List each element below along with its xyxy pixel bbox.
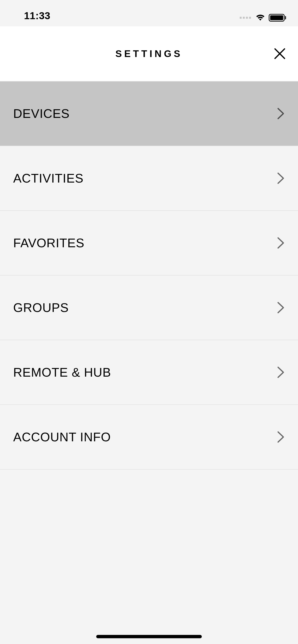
- wifi-icon: [255, 14, 265, 22]
- menu-item-account-info[interactable]: ACCOUNT INFO: [0, 405, 298, 470]
- chevron-right-icon: [277, 301, 285, 314]
- status-bar: 11:33: [0, 0, 298, 26]
- menu-item-favorites[interactable]: FAVORITES: [0, 211, 298, 276]
- chevron-right-icon: [277, 366, 285, 379]
- menu-item-groups[interactable]: GROUPS: [0, 276, 298, 340]
- menu-item-activities[interactable]: ACTIVITIES: [0, 146, 298, 211]
- chevron-right-icon: [277, 430, 285, 444]
- page-title: SETTINGS: [115, 48, 183, 59]
- menu-item-label: FAVORITES: [13, 236, 84, 250]
- menu-item-label: ACCOUNT INFO: [13, 430, 111, 444]
- close-button[interactable]: [273, 48, 286, 60]
- chevron-right-icon: [277, 172, 285, 185]
- header: SETTINGS: [0, 26, 298, 82]
- menu-item-devices[interactable]: DEVICES: [0, 82, 298, 146]
- settings-menu: DEVICES ACTIVITIES FAVORITES GROUPS REMO…: [0, 82, 298, 470]
- menu-item-label: GROUPS: [13, 300, 69, 315]
- close-icon: [273, 48, 286, 60]
- menu-item-label: REMOTE & HUB: [13, 365, 111, 380]
- home-indicator[interactable]: [96, 635, 202, 638]
- menu-item-label: DEVICES: [13, 106, 70, 121]
- chevron-right-icon: [277, 236, 285, 250]
- battery-icon: [269, 14, 286, 22]
- cellular-signal-icon: [240, 17, 251, 19]
- menu-item-label: ACTIVITIES: [13, 171, 83, 186]
- menu-item-remote-hub[interactable]: REMOTE & HUB: [0, 340, 298, 405]
- chevron-right-icon: [277, 107, 285, 120]
- status-time: 11:33: [24, 10, 50, 22]
- status-icons: [240, 14, 286, 22]
